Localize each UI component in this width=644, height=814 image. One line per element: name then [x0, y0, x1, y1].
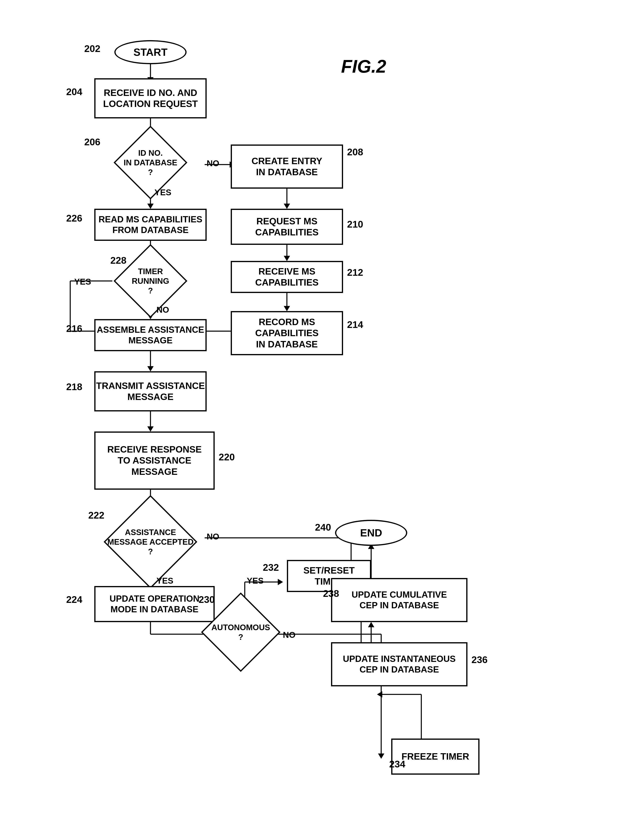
node-236: UPDATE INSTANTANEOUS CEP IN DATABASE — [331, 642, 468, 687]
node-238-label: UPDATE CUMULATIVE CEP IN DATABASE — [351, 590, 447, 611]
ref-216: 216 — [66, 323, 82, 334]
node-222-label: ASSISTANCE MESSAGE ACCEPTED ? — [107, 528, 193, 556]
node-218-label: TRANSMIT ASSISTANCE MESSAGE — [96, 380, 205, 402]
svg-marker-49 — [377, 691, 382, 697]
end-node: END — [335, 520, 407, 546]
ref-232: 232 — [263, 562, 279, 573]
ref-226: 226 — [66, 213, 82, 224]
ref-212: 212 — [347, 267, 363, 278]
node-210-label: REQUEST MS CAPABILITIES — [255, 216, 319, 238]
node-212: RECEIVE MS CAPABILITIES — [231, 261, 343, 293]
node-204: RECEIVE ID NO. AND LOCATION REQUEST — [94, 78, 207, 118]
ref-240: 240 — [315, 522, 331, 533]
node-212-label: RECEIVE MS CAPABILITIES — [255, 266, 319, 288]
node-226: READ MS CAPABILITIES FROM DATABASE — [94, 209, 207, 241]
node-230-label: AUTONOMOUS ? — [212, 623, 270, 641]
start-node: START — [114, 40, 187, 64]
node-226-label: READ MS CAPABILITIES FROM DATABASE — [98, 214, 202, 235]
svg-marker-9 — [284, 256, 290, 261]
node-208-label: CREATE ENTRY IN DATABASE — [251, 155, 322, 178]
yes-222: YES — [156, 576, 173, 586]
ref-206: 206 — [84, 137, 100, 147]
ref-218: 218 — [66, 381, 82, 392]
node-214: RECORD MS CAPABILITIES IN DATABASE — [231, 311, 343, 355]
node-238: UPDATE CUMULATIVE CEP IN DATABASE — [331, 578, 468, 622]
yes-230: YES — [247, 576, 264, 586]
ref-202: 202 — [84, 43, 100, 54]
ref-238: 238 — [323, 588, 339, 599]
node-216-label: ASSEMBLE ASSISTANCE MESSAGE — [97, 324, 204, 346]
ref-204: 204 — [66, 86, 82, 97]
node-224: UPDATE OPERATION MODE IN DATABASE — [94, 586, 215, 622]
ref-220: 220 — [219, 452, 235, 462]
ref-224: 224 — [66, 594, 82, 605]
flowchart-diagram: START 202 RECEIVE ID NO. AND LOCATION RE… — [0, 0, 644, 814]
svg-marker-15 — [147, 204, 153, 209]
node-206: ID NO. IN DATABASE ? — [112, 137, 189, 189]
node-228-label: TIMER RUNNING ? — [132, 267, 169, 295]
node-234-label: FREEZE TIMER — [402, 751, 469, 762]
no-222: NO — [207, 532, 219, 541]
node-220-label: RECEIVE RESPONSE TO ASSISTANCE MESSAGE — [107, 444, 202, 477]
start-label: START — [133, 46, 167, 58]
ref-208: 208 — [347, 146, 363, 158]
svg-marker-25 — [147, 366, 153, 371]
node-206-label: ID NO. IN DATABASE ? — [124, 149, 177, 177]
fig-label: FIG.2 — [341, 56, 386, 77]
ref-214: 214 — [347, 319, 363, 330]
svg-marker-7 — [284, 204, 290, 209]
node-208: CREATE ENTRY IN DATABASE — [231, 144, 343, 189]
svg-marker-52 — [368, 622, 374, 627]
svg-marker-43 — [378, 754, 384, 759]
ref-222: 222 — [88, 510, 104, 521]
node-230: AUTONOMOUS ? — [202, 594, 279, 670]
node-222: ASSISTANCE MESSAGE ACCEPTED ? — [98, 508, 202, 576]
ref-210: 210 — [347, 219, 363, 230]
node-216: ASSEMBLE ASSISTANCE MESSAGE — [94, 319, 207, 351]
node-218: TRANSMIT ASSISTANCE MESSAGE — [94, 371, 207, 412]
no-206: NO — [207, 158, 219, 168]
node-210: REQUEST MS CAPABILITIES — [231, 209, 343, 245]
no-228: NO — [156, 305, 169, 315]
ref-228: 228 — [110, 255, 126, 266]
node-224-label: UPDATE OPERATION MODE IN DATABASE — [110, 593, 199, 615]
node-236-label: UPDATE INSTANTANEOUS CEP IN DATABASE — [343, 654, 455, 675]
node-214-label: RECORD MS CAPABILITIES IN DATABASE — [255, 316, 319, 350]
ref-234: 234 — [389, 759, 405, 769]
yes-228: YES — [74, 277, 91, 287]
node-204-label: RECEIVE ID NO. AND LOCATION REQUEST — [103, 87, 198, 109]
svg-marker-27 — [147, 427, 153, 432]
svg-marker-40 — [278, 579, 283, 585]
ref-230: 230 — [199, 594, 215, 605]
end-label: END — [360, 527, 382, 539]
svg-marker-11 — [284, 306, 290, 311]
yes-206: YES — [155, 187, 171, 197]
node-220: RECEIVE RESPONSE TO ASSISTANCE MESSAGE — [94, 432, 215, 490]
ref-236: 236 — [471, 654, 488, 665]
no-230: NO — [283, 630, 296, 640]
